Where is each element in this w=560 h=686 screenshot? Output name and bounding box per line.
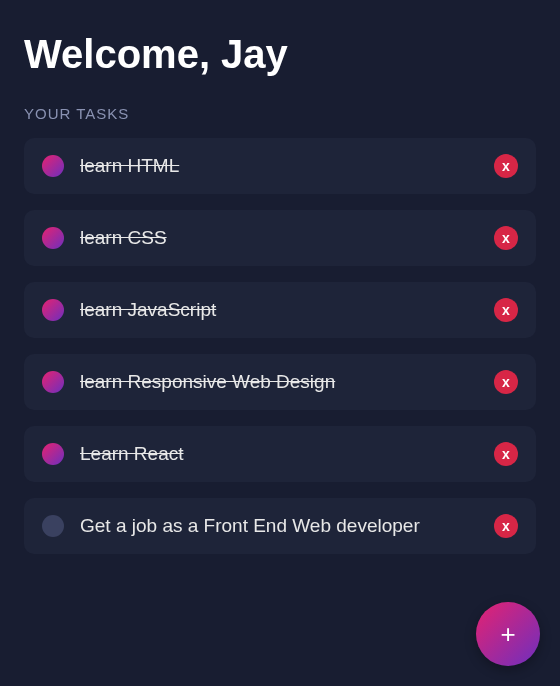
- status-dot-icon[interactable]: [42, 515, 64, 537]
- page-title: Welcome, Jay: [24, 32, 536, 77]
- task-row: learn CSS x: [24, 210, 536, 266]
- task-text: learn JavaScript: [80, 299, 478, 321]
- task-row: Get a job as a Front End Web developer x: [24, 498, 536, 554]
- task-text: Get a job as a Front End Web developer: [80, 515, 478, 537]
- add-task-button[interactable]: +: [476, 602, 540, 666]
- task-text: learn CSS: [80, 227, 478, 249]
- status-dot-icon[interactable]: [42, 227, 64, 249]
- delete-button[interactable]: x: [494, 154, 518, 178]
- delete-button[interactable]: x: [494, 514, 518, 538]
- task-text: learn Responsive Web Design: [80, 371, 478, 393]
- task-text: learn HTML: [80, 155, 478, 177]
- delete-button[interactable]: x: [494, 442, 518, 466]
- task-row: learn Responsive Web Design x: [24, 354, 536, 410]
- task-text: Learn React: [80, 443, 478, 465]
- status-dot-icon[interactable]: [42, 443, 64, 465]
- section-label: YOUR TASKS: [24, 105, 536, 122]
- status-dot-icon[interactable]: [42, 371, 64, 393]
- delete-button[interactable]: x: [494, 298, 518, 322]
- task-row: learn HTML x: [24, 138, 536, 194]
- status-dot-icon[interactable]: [42, 155, 64, 177]
- status-dot-icon[interactable]: [42, 299, 64, 321]
- delete-button[interactable]: x: [494, 226, 518, 250]
- task-list: learn HTML x learn CSS x learn JavaScrip…: [24, 138, 536, 554]
- task-row: learn JavaScript x: [24, 282, 536, 338]
- delete-button[interactable]: x: [494, 370, 518, 394]
- task-row: Learn React x: [24, 426, 536, 482]
